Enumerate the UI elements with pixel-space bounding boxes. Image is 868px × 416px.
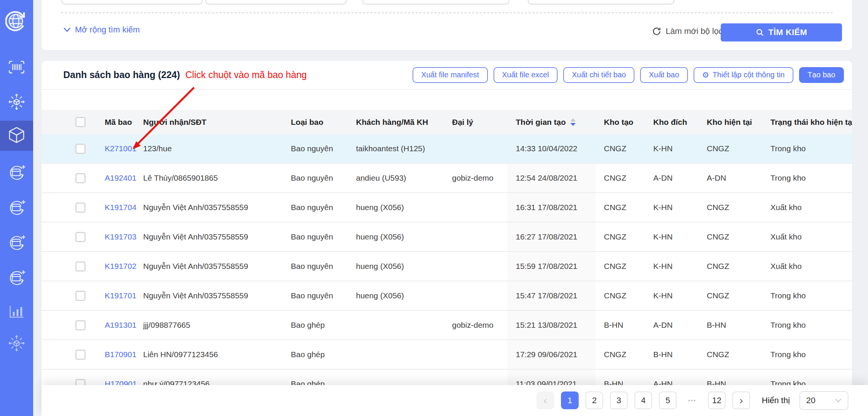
cell-receiver-value: Nguyễn Việt Anh/0357558559 — [143, 232, 248, 241]
page-button-1[interactable]: 1 — [561, 391, 579, 409]
cell-customer: hueng (X056) — [356, 223, 452, 251]
table-row: K271001123/hueBao nguyêntaikhoantest (H1… — [41, 134, 852, 164]
select-all-checkbox[interactable] — [75, 117, 86, 127]
sidebar-item-cube-distribute-9[interactable] — [0, 329, 33, 359]
cell-current: A-DN — [698, 164, 762, 192]
cell-current-value: CNGZ — [707, 232, 729, 241]
column-header-customer[interactable]: Khách hàng/Mã KH — [356, 110, 452, 134]
filter-input-4[interactable] — [528, 0, 674, 5]
cell-status-value: Trong kho — [770, 350, 806, 359]
page-button-5[interactable]: 5 — [659, 391, 677, 409]
column-header-code[interactable]: Mã bao — [105, 110, 143, 134]
table-row: K191703Nguyễn Việt Anh/0357558559Bao ngu… — [41, 223, 852, 252]
action-button-5[interactable]: ⚙Thiết lập cột thông tin — [694, 67, 793, 83]
row-checkbox-cell — [41, 164, 105, 192]
row-checkbox[interactable] — [75, 320, 86, 330]
cell-created-value: 15:21 13/08/2021 — [516, 321, 578, 330]
action-button-3[interactable]: Xuất chi tiết bao — [563, 67, 634, 83]
column-header-status[interactable]: Trạng thái kho hiện tại — [762, 110, 852, 134]
filter-input-3[interactable] — [362, 0, 509, 5]
sort-control[interactable] — [570, 118, 576, 126]
action-button-1[interactable]: Xuất file manifest — [413, 67, 487, 83]
table-body: K271001123/hueBao nguyêntaikhoantest (H1… — [41, 134, 852, 399]
prev-page-button[interactable]: ‹ — [536, 391, 554, 409]
sidebar-item-package-box-3[interactable] — [0, 121, 33, 151]
cell-created: 16:27 17/08/2021 — [507, 223, 596, 251]
cell-dest-value: K-HN — [653, 291, 672, 300]
column-header-created[interactable]: Thời gian tạo — [507, 110, 596, 134]
row-checkbox[interactable] — [75, 350, 86, 360]
row-checkbox[interactable] — [75, 173, 86, 183]
filter-input-2[interactable] — [205, 0, 347, 5]
page-size-select[interactable]: 20 — [799, 391, 848, 410]
package-code-link[interactable]: A192401 — [105, 173, 136, 183]
table-row: K191702Nguyễn Việt Anh/0357558559Bao ngu… — [41, 252, 852, 281]
cell-type-value: Bao nguyên — [291, 262, 333, 271]
expand-search-label: Mở rộng tìm kiếm — [75, 25, 140, 35]
sidebar-item-box-add-4[interactable] — [0, 158, 33, 189]
cell-dest: K-HN — [645, 281, 698, 310]
package-code-link[interactable]: K271001 — [105, 144, 136, 153]
box-add-icon — [7, 198, 26, 219]
cell-customer: hueng (X056) — [356, 193, 452, 222]
action-button-6[interactable]: Tạo bao — [799, 67, 844, 83]
cell-code: A191301 — [105, 311, 143, 339]
sidebar-item-box-add-5[interactable] — [0, 193, 33, 224]
package-code-link[interactable]: A191301 — [105, 321, 136, 330]
page-button-4[interactable]: 4 — [634, 391, 652, 409]
action-button-2[interactable]: Xuất file excel — [494, 67, 558, 83]
row-checkbox[interactable] — [75, 203, 86, 213]
sidebar-item-barcode-1[interactable] — [0, 53, 33, 83]
page-button-2[interactable]: 2 — [585, 391, 603, 409]
column-header-origin[interactable]: Kho tạo — [596, 110, 645, 134]
refresh-icon — [652, 26, 662, 36]
reset-filters-button[interactable]: Làm mới bộ lọc — [652, 26, 723, 36]
package-code-link[interactable]: K191702 — [105, 262, 136, 271]
cell-origin-value: CNGZ — [604, 350, 627, 359]
cell-origin-value: CNGZ — [604, 203, 627, 212]
column-header-receiver[interactable]: Người nhận/SĐT — [143, 110, 291, 134]
package-code-link[interactable]: K191704 — [105, 203, 136, 212]
column-header-type[interactable]: Loại bao — [291, 110, 356, 134]
cell-created-value: 15:47 17/08/2021 — [516, 291, 578, 300]
cell-code: K191703 — [105, 223, 143, 251]
cell-origin-value: CNGZ — [604, 173, 627, 183]
table-row: A191301jjj/098877665Bao ghépgobiz-demo15… — [41, 311, 852, 340]
action-button-label: Thiết lập cột thông tin — [712, 71, 784, 79]
sidebar-item-box-add-7[interactable] — [0, 264, 33, 294]
page-button-12[interactable]: 12 — [708, 391, 726, 409]
column-header-dest[interactable]: Kho đích — [645, 110, 698, 134]
next-page-button[interactable]: › — [732, 391, 750, 409]
row-checkbox[interactable] — [75, 291, 86, 301]
cell-type-value: Bao ghép — [291, 350, 325, 359]
column-header-current[interactable]: Kho hiện tại — [698, 110, 762, 134]
page-button-3[interactable]: 3 — [610, 391, 628, 409]
cell-code: B170901 — [105, 340, 143, 369]
cell-status-value: Xuất kho — [770, 232, 802, 241]
filter-input-1[interactable] — [61, 0, 203, 5]
row-checkbox[interactable] — [75, 144, 86, 154]
cell-agent-value: gobiz-demo — [452, 321, 494, 330]
action-button-4[interactable]: Xuất bao — [640, 67, 688, 83]
package-code-link[interactable]: B170901 — [105, 350, 136, 359]
row-checkbox[interactable] — [75, 232, 86, 242]
package-code-link[interactable]: K191701 — [105, 291, 136, 300]
cell-dest: K-HN — [645, 223, 698, 251]
cell-agent — [452, 134, 507, 163]
cell-receiver: 123/hue — [143, 134, 291, 163]
cell-status-value: Xuất kho — [770, 203, 802, 212]
package-list-panel: Danh sách bao hàng (224) Click chuột vào… — [41, 61, 852, 416]
sidebar-item-box-add-6[interactable] — [0, 229, 33, 259]
sidebar-item-cube-distribute-2[interactable] — [0, 87, 33, 118]
sidebar-item-bar-chart-8[interactable] — [0, 297, 33, 327]
cell-receiver: Liên HN/0977123456 — [143, 340, 291, 369]
column-header-agent[interactable]: Đại lý — [452, 110, 507, 134]
row-checkbox[interactable] — [75, 261, 86, 272]
package-code-link[interactable]: K191703 — [105, 232, 136, 241]
cell-receiver-value: Nguyễn Việt Anh/0357558559 — [143, 291, 248, 300]
cell-current: CNGZ — [698, 340, 762, 369]
cell-created: 14:33 10/04/2022 — [507, 134, 596, 163]
cell-dest-value: A-DN — [653, 173, 672, 183]
search-button[interactable]: TÌM KIẾM — [721, 23, 842, 41]
expand-search-link[interactable]: Mở rộng tìm kiếm — [63, 25, 140, 35]
